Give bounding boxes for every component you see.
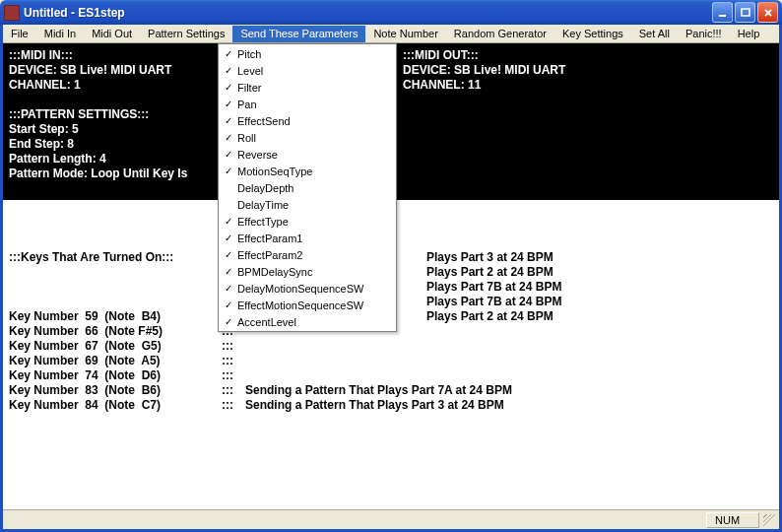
dropdown-item-effectparam2[interactable]: ✓EffectParam2: [220, 246, 395, 263]
dropdown-item-delaymotionsequencesw[interactable]: ✓DelayMotionSequenceSW: [220, 280, 395, 297]
key-sep: :::: [222, 383, 245, 398]
midi-in-channel: CHANNEL: 1: [9, 78, 212, 93]
checkmark-icon: ✓: [220, 216, 237, 227]
dropdown-item-label: Roll: [237, 132, 395, 144]
checkmark-icon: ✓: [220, 99, 237, 109]
checkmark-icon: ✓: [220, 82, 237, 93]
dropdown-item-label: EffectType: [237, 216, 395, 228]
dropdown-item-pan[interactable]: ✓Pan: [220, 96, 395, 112]
svg-rect-0: [719, 15, 726, 17]
menu-midi-out[interactable]: Midi Out: [84, 26, 140, 42]
dropdown-item-label: Level: [237, 65, 395, 77]
dropdown-item-label: EffectSend: [237, 115, 395, 127]
key-sep: :::: [222, 368, 245, 383]
dropdown-item-effecttype[interactable]: ✓EffectType: [220, 213, 395, 230]
window-controls: [712, 2, 778, 23]
checkmark-icon: ✓: [220, 283, 237, 294]
key-row: Key Number 74 (Note D6):::: [9, 368, 512, 383]
dropdown-item-label: Pan: [237, 99, 395, 110]
dropdown-item-label: EffectParam2: [237, 249, 395, 261]
svg-rect-1: [742, 9, 749, 16]
pattern-start-step: Start Step: 5: [9, 122, 212, 137]
checkmark-icon: ✓: [220, 299, 237, 310]
window-body: FileMidi InMidi OutPattern SettingsSend …: [0, 25, 782, 532]
dropdown-item-label: DelayDepth: [237, 182, 395, 194]
checkmark-icon: ✓: [220, 249, 237, 260]
dropdown-item-label: DelayMotionSequenceSW: [237, 283, 395, 295]
midi-out-channel: CHANNEL: 11: [403, 78, 773, 93]
key-number: Key Number 67 (Note G5): [9, 339, 222, 354]
checkmark-icon: ✓: [220, 233, 237, 243]
maximize-button[interactable]: [735, 2, 755, 23]
plays-text: Plays Part 3 at 24 BPM: [426, 250, 561, 265]
menu-pattern-settings[interactable]: Pattern Settings: [140, 26, 232, 42]
menu-note-number[interactable]: Note Number: [365, 26, 445, 42]
pattern-end-step: End Step: 8: [9, 137, 212, 152]
midi-in-panel: :::MIDI IN::: DEVICE: SB Live! MIDI UART…: [3, 43, 218, 200]
dropdown-item-label: Pitch: [237, 48, 395, 60]
plays-text: Plays Part 7B at 24 BPM: [426, 280, 561, 295]
dropdown-item-bpmdelaysync[interactable]: ✓BPMDelaySync: [220, 263, 395, 280]
status-num: NUM: [706, 512, 759, 528]
checkmark-icon: ✓: [220, 316, 237, 327]
midi-out-device: DEVICE: SB Live! MIDI UART: [403, 63, 773, 78]
dropdown-item-label: MotionSeqType: [237, 166, 395, 177]
plays-text: Plays Part 7B at 24 BPM: [426, 295, 561, 309]
checkmark-icon: ✓: [220, 266, 237, 277]
key-number: Key Number 66 (Note F#5): [9, 324, 222, 339]
menu-send-these-parameters[interactable]: Send These Parameters: [232, 26, 365, 42]
dropdown-item-filter[interactable]: ✓Filter: [220, 79, 395, 96]
menu-set-all[interactable]: Set All: [631, 26, 678, 42]
dropdown-item-level[interactable]: ✓Level: [220, 62, 395, 79]
dropdown-item-label: AccentLevel: [237, 316, 395, 328]
checkmark-icon: ✓: [220, 166, 237, 176]
key-sep: :::: [222, 339, 245, 354]
checkmark-icon: ✓: [220, 115, 237, 126]
dropdown-item-label: BPMDelaySync: [237, 266, 395, 278]
menu-midi-in[interactable]: Midi In: [36, 26, 84, 42]
dropdown-item-label: Reverse: [237, 149, 395, 161]
dropdown-item-pitch[interactable]: ✓Pitch: [220, 45, 395, 62]
midi-out-heading: :::MIDI OUT:::: [403, 48, 773, 63]
dropdown-item-label: Filter: [237, 82, 395, 94]
key-row: Key Number 69 (Note A5):::: [9, 354, 512, 368]
dropdown-item-motionseqtype[interactable]: ✓MotionSeqType: [220, 163, 395, 179]
resize-grip[interactable]: [761, 512, 777, 528]
dropdown-item-accentlevel[interactable]: ✓AccentLevel: [220, 313, 395, 330]
minimize-button[interactable]: [712, 2, 733, 23]
window-title: Untitled - ES1step: [24, 6, 712, 20]
key-number: Key Number 74 (Note D6): [9, 368, 222, 383]
dropdown-item-delaytime[interactable]: DelayTime: [220, 196, 395, 213]
key-action: Sending a Pattern That Plays Part 3 at 2…: [245, 398, 504, 413]
checkmark-icon: ✓: [220, 65, 237, 76]
checkmark-icon: ✓: [220, 132, 237, 143]
menu-help[interactable]: Help: [730, 26, 768, 42]
dropdown-item-effectmotionsequencesw[interactable]: ✓EffectMotionSequenceSW: [220, 297, 395, 313]
midi-out-panel: :::MIDI OUT::: DEVICE: SB Live! MIDI UAR…: [397, 43, 779, 200]
key-action: Sending a Pattern That Plays Part 7A at …: [245, 383, 512, 398]
key-row: Key Number 84 (Note C7):::Sending a Patt…: [9, 398, 512, 413]
key-row: Key Number 83 (Note B6):::Sending a Patt…: [9, 383, 512, 398]
close-button[interactable]: [757, 2, 778, 23]
dropdown-item-delaydepth[interactable]: DelayDepth: [220, 179, 395, 196]
key-sep: :::: [222, 354, 245, 368]
plays-text: Plays Part 2 at 24 BPM: [426, 265, 561, 280]
dropdown-item-effectsend[interactable]: ✓EffectSend: [220, 112, 395, 129]
key-number: Key Number 83 (Note B6): [9, 383, 222, 398]
midi-in-heading: :::MIDI IN:::: [9, 48, 212, 63]
menu-random-generator[interactable]: Random Generator: [446, 26, 554, 42]
dropdown-item-roll[interactable]: ✓Roll: [220, 129, 395, 146]
pattern-settings-heading: :::PATTERN SETTINGS:::: [9, 107, 212, 122]
dropdown-item-reverse[interactable]: ✓Reverse: [220, 146, 395, 163]
midi-in-device: DEVICE: SB Live! MIDI UART: [9, 63, 212, 78]
menu-panic-[interactable]: Panic!!!: [678, 26, 730, 42]
checkmark-icon: ✓: [220, 48, 237, 59]
plays-column: Plays Part 3 at 24 BPMPlays Part 2 at 24…: [426, 250, 561, 324]
plays-text: Plays Part 2 at 24 BPM: [426, 309, 561, 324]
menubar: FileMidi InMidi OutPattern SettingsSend …: [3, 25, 779, 43]
menu-file[interactable]: File: [3, 26, 36, 42]
menu-key-settings[interactable]: Key Settings: [554, 26, 631, 42]
dropdown-item-effectparam1[interactable]: ✓EffectParam1: [220, 230, 395, 246]
key-number: Key Number 59 (Note B4): [9, 309, 222, 324]
key-number: Key Number 84 (Note C7): [9, 398, 222, 413]
